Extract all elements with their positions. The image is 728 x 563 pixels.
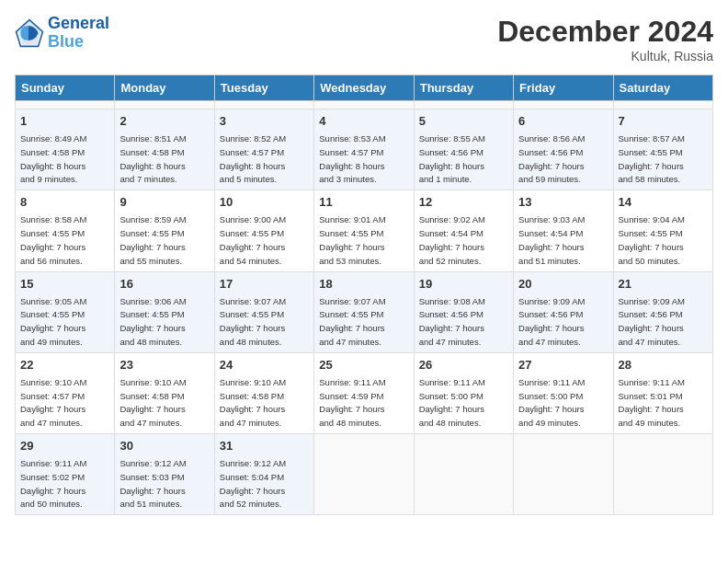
day-cell: 8Sunrise: 8:58 AM Sunset: 4:55 PM Daylig… xyxy=(16,190,115,271)
week-row-2: 8Sunrise: 8:58 AM Sunset: 4:55 PM Daylig… xyxy=(16,190,713,271)
day-info: Sunrise: 9:05 AM Sunset: 4:55 PM Dayligh… xyxy=(20,296,86,347)
day-cell: 19Sunrise: 9:08 AM Sunset: 4:56 PM Dayli… xyxy=(414,271,513,352)
logo-icon xyxy=(15,18,44,48)
day-info: Sunrise: 9:11 AM Sunset: 5:02 PM Dayligh… xyxy=(20,458,86,509)
day-cell xyxy=(314,101,414,109)
day-info: Sunrise: 8:53 AM Sunset: 4:57 PM Dayligh… xyxy=(319,133,385,184)
day-cell: 4Sunrise: 8:53 AM Sunset: 4:57 PM Daylig… xyxy=(314,109,414,190)
day-info: Sunrise: 9:07 AM Sunset: 4:55 PM Dayligh… xyxy=(319,296,385,347)
calendar-table: Sunday Monday Tuesday Wednesday Thursday… xyxy=(15,75,713,515)
day-info: Sunrise: 9:08 AM Sunset: 4:56 PM Dayligh… xyxy=(419,296,485,347)
day-cell: 20Sunrise: 9:09 AM Sunset: 4:56 PM Dayli… xyxy=(514,271,613,352)
day-number: 8 xyxy=(20,194,109,211)
week-row-5: 29Sunrise: 9:11 AM Sunset: 5:02 PM Dayli… xyxy=(16,434,713,515)
day-cell: 30Sunrise: 9:12 AM Sunset: 5:03 PM Dayli… xyxy=(115,434,214,515)
day-cell xyxy=(414,434,513,515)
day-info: Sunrise: 9:03 AM Sunset: 4:54 PM Dayligh… xyxy=(518,214,585,265)
day-info: Sunrise: 8:51 AM Sunset: 4:58 PM Dayligh… xyxy=(119,133,186,184)
day-cell: 12Sunrise: 9:02 AM Sunset: 4:54 PM Dayli… xyxy=(414,190,513,271)
day-cell: 26Sunrise: 9:11 AM Sunset: 5:00 PM Dayli… xyxy=(414,352,513,433)
location-subtitle: Kultuk, Russia xyxy=(497,49,713,63)
day-cell xyxy=(414,101,513,109)
day-info: Sunrise: 9:07 AM Sunset: 4:55 PM Dayligh… xyxy=(220,296,286,347)
logo-text: General Blue xyxy=(48,15,109,52)
day-info: Sunrise: 9:11 AM Sunset: 5:00 PM Dayligh… xyxy=(518,377,585,428)
day-info: Sunrise: 9:00 AM Sunset: 4:55 PM Dayligh… xyxy=(220,214,286,265)
day-number: 22 xyxy=(20,357,109,373)
week-row-1: 1Sunrise: 8:49 AM Sunset: 4:58 PM Daylig… xyxy=(16,109,713,190)
day-info: Sunrise: 9:10 AM Sunset: 4:58 PM Dayligh… xyxy=(119,377,186,428)
day-info: Sunrise: 9:11 AM Sunset: 4:59 PM Dayligh… xyxy=(319,377,385,428)
day-cell xyxy=(214,101,313,109)
day-number: 16 xyxy=(119,276,209,293)
day-info: Sunrise: 9:09 AM Sunset: 4:56 PM Dayligh… xyxy=(518,296,585,347)
col-saturday: Saturday xyxy=(613,75,712,101)
day-cell: 15Sunrise: 9:05 AM Sunset: 4:55 PM Dayli… xyxy=(16,271,115,352)
day-cell xyxy=(314,434,414,515)
day-number: 6 xyxy=(518,113,608,130)
day-number: 11 xyxy=(319,194,408,211)
col-thursday: Thursday xyxy=(414,75,513,101)
day-cell: 29Sunrise: 9:11 AM Sunset: 5:02 PM Dayli… xyxy=(16,434,115,515)
day-number: 7 xyxy=(619,113,708,130)
day-cell: 25Sunrise: 9:11 AM Sunset: 4:59 PM Dayli… xyxy=(314,352,414,433)
day-number: 29 xyxy=(20,438,109,454)
day-number: 25 xyxy=(319,357,408,373)
day-cell: 22Sunrise: 9:10 AM Sunset: 4:57 PM Dayli… xyxy=(16,352,115,433)
day-number: 1 xyxy=(20,113,109,130)
day-info: Sunrise: 9:02 AM Sunset: 4:54 PM Dayligh… xyxy=(419,214,485,265)
day-number: 3 xyxy=(220,113,309,130)
day-cell: 17Sunrise: 9:07 AM Sunset: 4:55 PM Dayli… xyxy=(214,271,313,352)
month-title: December 2024 xyxy=(497,15,713,49)
day-cell: 6Sunrise: 8:56 AM Sunset: 4:56 PM Daylig… xyxy=(514,109,613,190)
day-cell xyxy=(613,101,712,109)
day-cell xyxy=(115,101,214,109)
day-info: Sunrise: 8:57 AM Sunset: 4:55 PM Dayligh… xyxy=(619,133,685,184)
day-cell: 11Sunrise: 9:01 AM Sunset: 4:55 PM Dayli… xyxy=(314,190,414,271)
page-header: General Blue December 2024 Kultuk, Russi… xyxy=(15,15,713,63)
day-info: Sunrise: 9:12 AM Sunset: 5:04 PM Dayligh… xyxy=(220,458,286,509)
day-info: Sunrise: 9:09 AM Sunset: 4:56 PM Dayligh… xyxy=(619,296,685,347)
day-cell: 31Sunrise: 9:12 AM Sunset: 5:04 PM Dayli… xyxy=(214,434,313,515)
day-number: 5 xyxy=(419,113,508,130)
day-cell: 13Sunrise: 9:03 AM Sunset: 4:54 PM Dayli… xyxy=(514,190,613,271)
day-number: 17 xyxy=(220,276,309,293)
day-number: 20 xyxy=(518,276,608,293)
day-cell: 28Sunrise: 9:11 AM Sunset: 5:01 PM Dayli… xyxy=(613,352,712,433)
day-number: 30 xyxy=(119,438,209,454)
day-info: Sunrise: 9:11 AM Sunset: 5:00 PM Dayligh… xyxy=(419,377,485,428)
week-row-4: 22Sunrise: 9:10 AM Sunset: 4:57 PM Dayli… xyxy=(16,352,713,433)
day-number: 19 xyxy=(419,276,508,293)
day-info: Sunrise: 9:10 AM Sunset: 4:58 PM Dayligh… xyxy=(220,377,286,428)
day-info: Sunrise: 8:49 AM Sunset: 4:58 PM Dayligh… xyxy=(20,133,86,184)
day-info: Sunrise: 8:56 AM Sunset: 4:56 PM Dayligh… xyxy=(518,133,585,184)
week-row-3: 15Sunrise: 9:05 AM Sunset: 4:55 PM Dayli… xyxy=(16,271,713,352)
day-cell: 1Sunrise: 8:49 AM Sunset: 4:58 PM Daylig… xyxy=(16,109,115,190)
day-cell xyxy=(16,101,115,109)
col-monday: Monday xyxy=(115,75,214,101)
week-row-0 xyxy=(16,101,713,109)
day-number: 27 xyxy=(518,357,608,373)
day-number: 23 xyxy=(119,357,209,373)
day-cell xyxy=(514,101,613,109)
title-block: December 2024 Kultuk, Russia xyxy=(497,15,713,63)
day-info: Sunrise: 9:10 AM Sunset: 4:57 PM Dayligh… xyxy=(20,377,86,428)
day-cell: 18Sunrise: 9:07 AM Sunset: 4:55 PM Dayli… xyxy=(314,271,414,352)
day-cell xyxy=(613,434,712,515)
day-number: 15 xyxy=(20,276,109,293)
day-info: Sunrise: 9:12 AM Sunset: 5:03 PM Dayligh… xyxy=(119,458,186,509)
day-info: Sunrise: 9:04 AM Sunset: 4:55 PM Dayligh… xyxy=(619,214,685,265)
col-sunday: Sunday xyxy=(16,75,115,101)
day-cell: 3Sunrise: 8:52 AM Sunset: 4:57 PM Daylig… xyxy=(214,109,313,190)
day-cell: 21Sunrise: 9:09 AM Sunset: 4:56 PM Dayli… xyxy=(613,271,712,352)
day-number: 28 xyxy=(619,357,708,373)
day-info: Sunrise: 8:59 AM Sunset: 4:55 PM Dayligh… xyxy=(119,214,186,265)
day-number: 13 xyxy=(518,194,608,211)
day-number: 10 xyxy=(220,194,309,211)
day-info: Sunrise: 9:11 AM Sunset: 5:01 PM Dayligh… xyxy=(619,377,685,428)
day-number: 12 xyxy=(419,194,508,211)
day-cell: 24Sunrise: 9:10 AM Sunset: 4:58 PM Dayli… xyxy=(214,352,313,433)
logo: General Blue xyxy=(15,15,109,52)
day-cell: 7Sunrise: 8:57 AM Sunset: 4:55 PM Daylig… xyxy=(613,109,712,190)
day-cell: 10Sunrise: 9:00 AM Sunset: 4:55 PM Dayli… xyxy=(214,190,313,271)
